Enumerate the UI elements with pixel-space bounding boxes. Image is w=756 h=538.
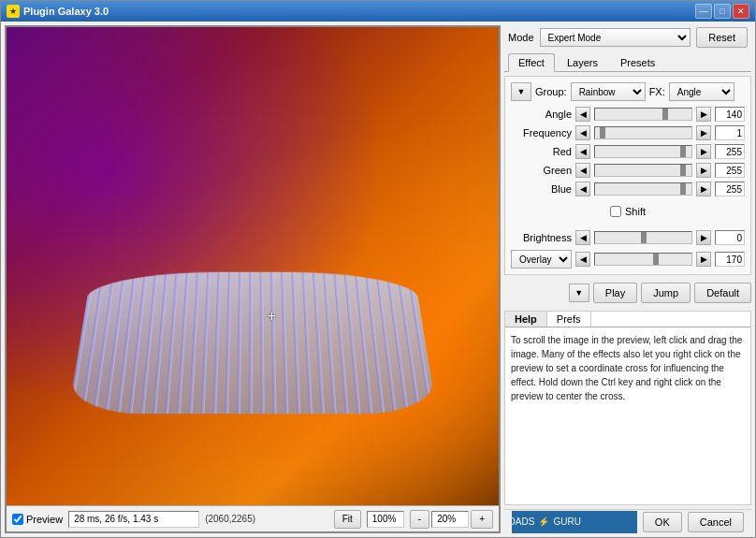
title-bar-left: ★ Plugin Galaxy 3.0 xyxy=(7,5,109,18)
title-bar: ★ Plugin Galaxy 3.0 — □ ✕ xyxy=(1,1,755,22)
reset-button[interactable]: Reset xyxy=(696,27,748,48)
tab-effect[interactable]: Effect xyxy=(508,53,555,72)
angle-slider-left[interactable]: ◀ xyxy=(575,107,590,122)
group-row: ▼ Group: Rainbow FX: Angle xyxy=(511,82,745,101)
bed-overlay xyxy=(68,271,437,414)
shift-row: Shift xyxy=(511,202,745,221)
fx-select[interactable]: Angle xyxy=(669,82,734,101)
crosshair-cursor: + xyxy=(268,309,276,324)
angle-slider-thumb[interactable] xyxy=(662,109,668,120)
action-row: ▼ Play Jump Default xyxy=(504,279,751,307)
green-value: 255 xyxy=(715,163,745,178)
zoom-controls: - 20% + xyxy=(410,510,493,529)
param-label-brightness: Brightness xyxy=(511,232,572,243)
brightness-value: 0 xyxy=(715,230,745,245)
frequency-slider-thumb[interactable] xyxy=(600,127,605,138)
help-tab-help[interactable]: Help xyxy=(505,312,547,327)
zoom-percent: 20% xyxy=(431,511,469,528)
zoom-minus-button[interactable]: - xyxy=(410,510,429,529)
blue-slider-left[interactable]: ◀ xyxy=(575,182,590,196)
preview-image[interactable]: + xyxy=(7,27,499,505)
overlay-select[interactable]: Overlay Normal Multiply Screen xyxy=(511,250,572,269)
param-row-angle: Angle ◀ ▶ 140 xyxy=(511,105,745,124)
main-tabs: Effect Layers Presets xyxy=(504,53,751,72)
red-value: 255 xyxy=(715,144,745,159)
preview-checkbox[interactable] xyxy=(12,514,23,525)
green-slider-left[interactable]: ◀ xyxy=(575,163,590,178)
red-slider-thumb[interactable] xyxy=(680,146,686,157)
watermark-text: DOWNLOADS xyxy=(512,516,534,527)
tab-layers[interactable]: Layers xyxy=(557,53,608,71)
zoom-plus-button[interactable]: + xyxy=(471,510,493,529)
bottom-bar: ★ DOWNLOADS ⚡ GURU OK Cancel xyxy=(504,509,751,533)
minimize-button[interactable]: — xyxy=(695,4,712,19)
group-select[interactable]: Rainbow xyxy=(571,82,646,101)
param-label-red: Red xyxy=(511,146,572,157)
frequency-slider-track[interactable] xyxy=(594,126,692,139)
watermark: ★ DOWNLOADS ⚡ GURU xyxy=(512,511,637,533)
fit-button[interactable]: Fit xyxy=(334,510,361,529)
bed-stripes xyxy=(68,271,437,414)
frequency-slider-left[interactable]: ◀ xyxy=(575,125,590,140)
param-row-brightness: Brightness ◀ ▶ 0 xyxy=(511,228,745,247)
close-button[interactable]: ✕ xyxy=(733,4,749,19)
green-slider-track[interactable] xyxy=(594,164,692,177)
window-controls: — □ ✕ xyxy=(695,4,749,19)
shift-label: Shift xyxy=(625,206,646,217)
group-label: Group: xyxy=(535,86,567,97)
brightness-slider-right[interactable]: ▶ xyxy=(696,230,711,245)
help-tab-prefs[interactable]: Prefs xyxy=(547,312,591,327)
angle-slider-track[interactable] xyxy=(594,108,692,121)
maximize-button[interactable]: □ xyxy=(714,4,731,19)
blue-slider-right[interactable]: ▶ xyxy=(696,182,711,196)
main-window: ★ Plugin Galaxy 3.0 — □ ✕ + Preview xyxy=(0,0,756,538)
frequency-slider-right[interactable]: ▶ xyxy=(696,125,711,140)
mode-label: Mode xyxy=(508,32,534,43)
watermark-suffix: GURU xyxy=(553,516,580,527)
mode-select[interactable]: Expert Mode Simple Mode xyxy=(540,28,691,47)
ok-button[interactable]: OK xyxy=(643,512,682,532)
preview-checkbox-container[interactable]: Preview xyxy=(12,514,63,525)
red-slider-track[interactable] xyxy=(594,145,692,158)
brightness-slider-thumb[interactable] xyxy=(641,232,647,243)
preview-stats: 28 ms, 26 f/s, 1.43 s xyxy=(68,511,199,528)
watermark-separator: ⚡ xyxy=(538,516,549,527)
effect-panel: ▼ Group: Rainbow FX: Angle Angle ◀ xyxy=(504,76,751,275)
param-row-frequency: Frequency ◀ ▶ 1 xyxy=(511,124,745,142)
cancel-button[interactable]: Cancel xyxy=(688,512,744,532)
brightness-section: Brightness ◀ ▶ 0 Overlay Normal Mul xyxy=(511,228,745,269)
group-dropdown-btn[interactable]: ▼ xyxy=(511,82,531,101)
param-label-angle: Angle xyxy=(511,109,572,120)
tab-presets[interactable]: Presets xyxy=(610,53,665,71)
fx-label: FX: xyxy=(649,86,665,97)
overlay-slider-track[interactable] xyxy=(594,253,692,266)
jump-button[interactable]: Jump xyxy=(641,283,691,303)
brightness-slider-track[interactable] xyxy=(594,231,692,244)
blue-slider-track[interactable] xyxy=(594,182,692,196)
main-content: + Preview 28 ms, 26 f/s, 1.43 s (2060,22… xyxy=(1,22,755,537)
red-slider-right[interactable]: ▶ xyxy=(696,144,711,159)
default-button[interactable]: Default xyxy=(694,283,751,303)
preview-panel: + Preview 28 ms, 26 f/s, 1.43 s (2060,22… xyxy=(5,25,501,533)
overlay-row: Overlay Normal Multiply Screen ◀ ▶ 170 xyxy=(511,250,745,269)
param-row-green: Green ◀ ▶ 255 xyxy=(511,161,745,180)
help-section: Help Prefs To scroll the image in the pr… xyxy=(504,311,751,505)
play-button[interactable]: Play xyxy=(593,283,637,303)
green-slider-thumb[interactable] xyxy=(680,165,686,176)
param-row-red: Red ◀ ▶ 255 xyxy=(511,142,745,161)
angle-slider-right[interactable]: ▶ xyxy=(696,107,711,122)
action-dropdown-btn[interactable]: ▼ xyxy=(569,284,589,302)
shift-checkbox[interactable] xyxy=(610,206,621,217)
param-label-blue: Blue xyxy=(511,183,572,195)
help-text: To scroll the image in the preview, left… xyxy=(505,327,750,504)
overlay-slider-right[interactable]: ▶ xyxy=(696,252,711,267)
overlay-slider-left[interactable]: ◀ xyxy=(575,252,590,267)
right-panel: Mode Expert Mode Simple Mode Reset Effec… xyxy=(502,22,755,537)
green-slider-right[interactable]: ▶ xyxy=(696,163,711,178)
param-row-blue: Blue ◀ ▶ 255 xyxy=(511,180,745,198)
blue-slider-thumb[interactable] xyxy=(680,183,686,195)
overlay-slider-thumb[interactable] xyxy=(653,254,659,265)
brightness-slider-left[interactable]: ◀ xyxy=(575,230,590,245)
red-slider-left[interactable]: ◀ xyxy=(575,144,590,159)
param-rows: Angle ◀ ▶ 140 Frequency ◀ xyxy=(511,105,745,198)
